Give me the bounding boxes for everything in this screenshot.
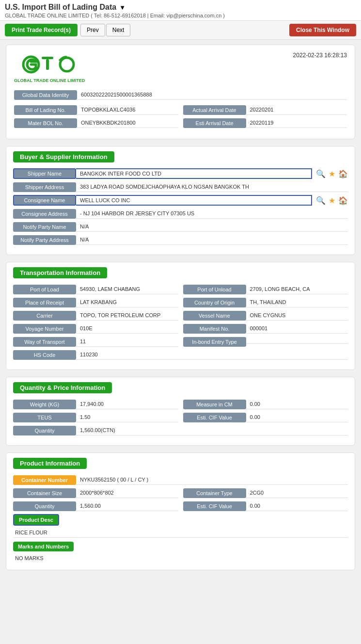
actual-arrival-col: Actual Arrival Date 20220201 [183,105,347,115]
shipper-name-row: Shipper Name BANGKOK INTER FOOD CO LTD 🔍… [13,168,348,179]
global-data-identity-label: Global Data Identity [14,90,77,100]
global-id-row: Global Data Identity 6003202220215000013… [14,90,347,100]
place-receipt-col: Place of Receipt LAT KRABANG [13,297,178,307]
logo-text: GLOBAL TRADE ONLINE LIMITED [14,78,85,83]
main-content: GLOBAL TRADE ONLINE LIMITED 2022-02-23 1… [0,40,361,582]
container-size-value: 2000*806*802 [76,488,178,498]
product-desc-value: RICE FLOUR [13,528,348,538]
marks-label: Marks and Numbers [13,542,74,551]
quantity-label: Quantity [13,426,76,435]
star-icon-2[interactable]: ★ [329,196,335,205]
shipper-address-label: Shipper Address [13,182,76,192]
weight-col: Weight (KG) 17,940.00 [13,399,178,409]
port-of-unload-value: 2709, LONG BEACH, CA [246,284,348,294]
carrier-col: Carrier TOPO, TOR PETROLEUM CORP [13,310,178,321]
page-subtitle: GLOBAL TRADE ONLINE LIMITED ( Tel: 86-51… [5,13,356,18]
measure-col: Measure in CM 0.00 [183,399,348,409]
product-quantity-label: Quantity [13,501,76,511]
container-number-value: NYKU3562150 ( 00 / L / CY ) [76,475,348,485]
in-bond-entry-value [246,339,348,344]
teus-label: TEUS [13,413,76,422]
notify-party-name-row: Notify Party Name N/A [13,222,348,232]
port-unload-col: Port of Unload 2709, LONG BEACH, CA [183,284,348,294]
consignee-name-label: Consignee Name [13,195,76,206]
buyer-supplier-title: Buyer & Supplier Information [13,151,114,162]
voyage-number-value: 010E [76,323,178,334]
country-of-origin-label: Country of Origin [183,298,246,307]
quantity-price-section: Quantity & Price Information Weight (KG)… [6,377,355,446]
bol-row: Bill of Lading No. TOPOBKKLAXLC4036 Actu… [14,105,347,115]
notify-party-name-value: N/A [76,222,348,232]
consignee-icons: 🔍 ★ 🏠 [316,196,348,205]
weight-label: Weight (KG) [13,400,76,409]
measure-in-cm-value: 0.00 [246,399,348,409]
dropdown-icon[interactable]: ▼ [119,4,126,11]
carrier-label: Carrier [13,311,76,321]
esti-arrival-date-label: Esti Arrival Date [183,118,246,128]
container-type-value: 2CG0 [246,488,348,498]
notify-party-name-label: Notify Party Name [13,222,76,232]
teus-col: TEUS 1.50 [13,412,178,422]
transportation-title: Transportation Information [13,267,107,278]
product-cif-col: Esti. CIF Value 0.00 [183,501,348,511]
bol-col: Bill of Lading No. TOPOBKKLAXLC4036 [14,105,178,115]
carrier-value: TOPO, TOR PETROLEUM CORP [76,310,178,321]
master-bol-value: ONEYBKKBDK201800 [77,118,178,128]
home-icon-2[interactable]: 🏠 [338,196,348,205]
close-button[interactable]: Close This Window [289,24,356,36]
toolbar: Print Trade Record(s) Prev Next Close Th… [0,21,361,40]
vessel-name-col: Vessel Name ONE CYGNUS [183,310,348,321]
quantity-price-title: Quantity & Price Information [13,382,112,393]
master-bol-col: Mater BOL No. ONEYBKKBDK201800 [14,118,178,128]
actual-arrival-date-value: 20220201 [246,105,347,115]
product-section: Product Information Container Number NYK… [6,452,355,570]
voyage-col: Voyage Number 010E [13,323,178,334]
vessel-name-label: Vessel Name [183,311,246,321]
svg-rect-2 [42,57,53,59]
star-icon[interactable]: ★ [329,169,335,178]
consignee-address-row: Consignee Address - NJ 104 HARBOR DR JER… [13,209,348,219]
search-icon[interactable]: 🔍 [316,169,326,178]
record-card: GLOBAL TRADE ONLINE LIMITED 2022-02-23 1… [6,45,355,139]
country-of-origin-value: TH, THAILAND [246,297,348,307]
gto-logo [20,52,78,77]
marks-value: NO MARKS [13,553,348,563]
buyer-supplier-section: Buyer & Supplier Information Shipper Nam… [6,146,355,255]
manifest-no-value: 000001 [246,323,348,334]
vessel-name-value: ONE CYGNUS [246,310,348,321]
search-icon-2[interactable]: 🔍 [316,196,326,205]
way-of-transport-label: Way of Transport [13,337,76,347]
container-type-col: Container Type 2CG0 [183,488,348,498]
shipper-address-value: 383 LADYA ROAD SOMDEJCHAOPHAYA KLO NGSAN… [76,182,348,192]
teus-cif-row: TEUS 1.50 Esti. CIF Value 0.00 [13,412,348,422]
way-of-transport-value: 11 [76,337,178,347]
port-of-load-value: 54930, LAEM CHABANG [76,284,178,294]
way-transport-col: Way of Transport 11 [13,337,178,347]
svg-rect-3 [46,59,49,70]
measure-in-cm-label: Measure in CM [183,400,246,409]
global-data-identity-value: 600320222021500001365888 [77,90,347,100]
weight-measure-row: Weight (KG) 17,940.00 Measure in CM 0.00 [13,399,348,409]
shipper-address-row: Shipper Address 383 LADYA ROAD SOMDEJCHA… [13,182,348,192]
product-quantity-cif-row: Quantity 1,560.00 Esti. CIF Value 0.00 [13,501,348,511]
voyage-manifest-row: Voyage Number 010E Manifest No. 000001 [13,323,348,334]
master-bol-row: Mater BOL No. ONEYBKKBDK201800 Esti Arri… [14,118,347,128]
hs-code-value: 110230 [76,350,348,360]
port-load-unload-row: Port of Load 54930, LAEM CHABANG Port of… [13,284,348,294]
bill-of-lading-value: TOPOBKKLAXLC4036 [77,105,178,115]
next-button[interactable]: Next [106,24,131,36]
esti-arrival-date-value: 20220119 [246,118,347,128]
notify-party-address-value: N/A [76,235,348,245]
product-quantity-value: 1,560.00 [76,501,178,511]
actual-arrival-date-label: Actual Arrival Date [183,105,246,115]
teus-value: 1.50 [76,412,178,422]
notify-party-address-row: Notify Party Address N/A [13,235,348,245]
print-button[interactable]: Print Trade Record(s) [5,24,78,36]
prev-button[interactable]: Prev [80,24,105,36]
nav-buttons: Prev Next [80,24,130,36]
bill-of-lading-label: Bill of Lading No. [14,105,77,115]
home-icon[interactable]: 🏠 [338,169,348,178]
port-of-unload-label: Port of Unload [183,285,246,294]
consignee-address-label: Consignee Address [13,209,76,219]
esti-arrival-col: Esti Arrival Date 20220119 [183,118,347,128]
